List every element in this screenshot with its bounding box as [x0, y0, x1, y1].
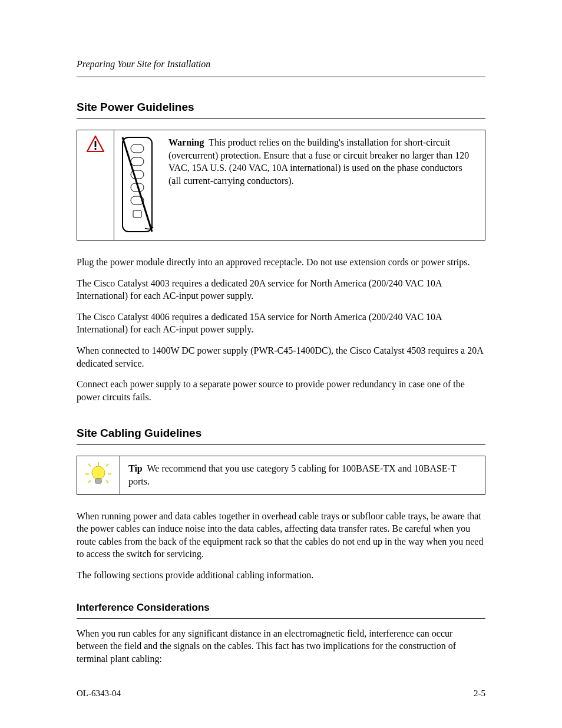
- interference-body: When you run cables for any significant …: [77, 627, 485, 666]
- svg-rect-19: [95, 479, 101, 483]
- cabling-body: When running power and data cables toget…: [77, 510, 485, 582]
- section-title-cabling: Site Cabling Guidelines: [77, 427, 485, 440]
- page-footer: OL-6343-04 2-5: [77, 689, 485, 699]
- doc-id: OL-6343-04: [77, 689, 121, 699]
- section-title-power: Site Power Guidelines: [77, 101, 485, 114]
- rule-cabling: [77, 444, 485, 445]
- lightbulb-icon: [85, 461, 111, 487]
- svg-rect-9: [133, 210, 141, 218]
- svg-point-18: [92, 466, 105, 479]
- tip-text: Tip We recommend that you use category 5…: [120, 456, 485, 493]
- page: Preparing Your Site for Installation Sit…: [0, 0, 562, 728]
- rule-power: [77, 118, 485, 119]
- rule-interference: [77, 618, 485, 619]
- svg-line-15: [106, 464, 108, 466]
- running-head: Preparing Your Site for Installation: [77, 59, 485, 70]
- warning-body: This product relies on the building's in…: [168, 137, 469, 186]
- svg-line-14: [88, 464, 91, 466]
- power-para-3: The Cisco Catalyst 4006 requires a dedic…: [77, 311, 485, 336]
- interference-para-1: When you run cables for any significant …: [77, 627, 485, 666]
- rule-top: [77, 77, 485, 77]
- warning-callout: Warning This product relies on the build…: [77, 130, 485, 241]
- tip-icon-cell: [77, 456, 120, 493]
- no-power-strip-icon: [119, 135, 156, 235]
- cabling-para-2: The following sections provide additiona…: [77, 569, 485, 582]
- svg-line-17: [106, 480, 108, 483]
- power-para-2: The Cisco Catalyst 4003 requires a dedic…: [77, 277, 485, 302]
- tip-callout: Tip We recommend that you use category 5…: [77, 456, 485, 494]
- tip-label: Tip: [128, 463, 143, 473]
- no-power-strip-icon-cell: [114, 130, 160, 240]
- svg-rect-1: [95, 141, 97, 147]
- page-number: 2-5: [474, 689, 485, 699]
- power-para-4: When connected to 1400W DC power supply …: [77, 344, 485, 370]
- svg-rect-5: [131, 157, 144, 166]
- cabling-para-1: When running power and data cables toget…: [77, 510, 485, 561]
- svg-rect-4: [131, 144, 144, 153]
- svg-line-16: [88, 480, 91, 483]
- tip-body: We recommend that you use category 5 cab…: [128, 463, 456, 486]
- svg-rect-2: [95, 148, 97, 150]
- warning-triangle-icon: [86, 135, 105, 153]
- warning-label: Warning: [168, 137, 204, 147]
- sub-title-interference: Interference Considerations: [77, 602, 485, 614]
- power-body: Plug the power module directly into an a…: [77, 256, 485, 403]
- power-para-5: Connect each power supply to a separate …: [77, 378, 485, 403]
- warning-text: Warning This product relies on the build…: [160, 130, 485, 240]
- power-para-1: Plug the power module directly into an a…: [77, 256, 485, 269]
- warning-icon-cell: [77, 130, 114, 240]
